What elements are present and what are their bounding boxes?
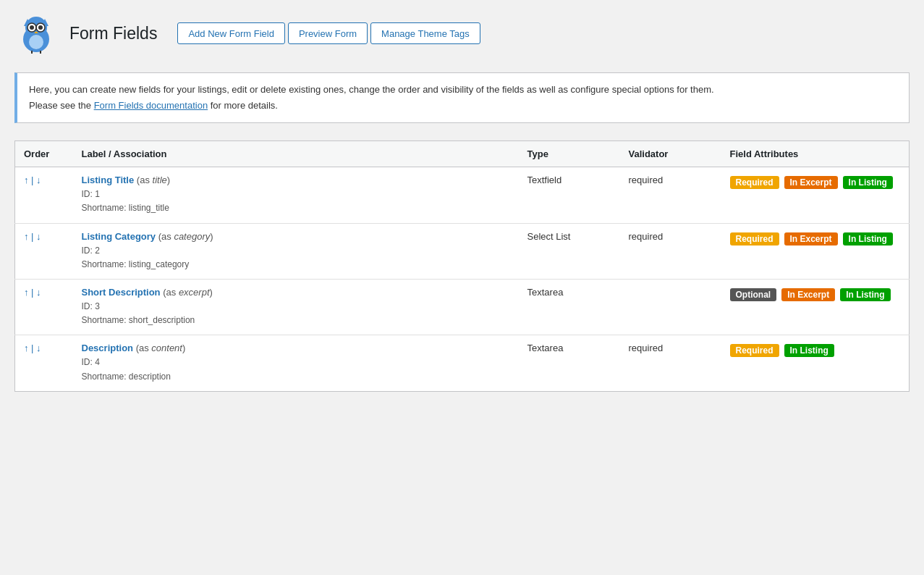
field-badge: Required [730,176,779,189]
field-badge: Required [730,344,779,357]
page-header: Form Fields Add New Form Field Preview F… [14,12,910,55]
preview-form-button[interactable]: Preview Form [288,22,368,44]
manage-theme-tags-button[interactable]: Manage Theme Tags [370,22,480,44]
page-title: Form Fields [69,24,157,43]
type-cell: Textarea [519,335,620,391]
type-cell: Textfield [519,167,620,223]
order-cell: ↑ | ↓ [15,223,73,279]
field-attrs: OptionalIn ExcerptIn Listing [730,287,901,301]
field-meta: ID: 1 Shortname: listing_title [82,188,510,215]
svg-point-10 [38,25,43,30]
order-arrows: ↑ | ↓ [24,287,41,298]
field-badge: Optional [730,288,777,301]
field-association: (as title) [137,175,170,185]
order-down-arrow[interactable]: ↓ [36,175,41,185]
field-badge: In Listing [843,232,893,245]
order-cell: ↑ | ↓ [15,279,73,335]
field-label-link[interactable]: Short Description [82,287,161,298]
type-cell: Textarea [519,279,620,335]
type-cell: Select List [519,223,620,279]
table-row: ↑ | ↓ Listing Category (as category) ID:… [15,223,910,279]
field-badge: In Listing [840,288,890,301]
validator-cell [620,279,721,335]
header-buttons: Add New Form Field Preview Form Manage T… [177,22,480,44]
form-fields-doc-link[interactable]: Form Fields documentation [94,100,208,111]
order-arrows: ↑ | ↓ [24,343,41,353]
col-validator-header: Validator [620,141,721,167]
order-arrows: ↑ | ↓ [24,175,41,185]
col-label-header: Label / Association [73,141,519,167]
attrs-cell: RequiredIn ExcerptIn Listing [721,223,910,279]
description-block: Here, you can create new fields for your… [14,72,910,123]
order-up-arrow[interactable]: ↑ [24,287,29,298]
field-badge: Required [730,232,779,245]
validator-cell: required [620,167,721,223]
field-association: (as category) [158,231,213,242]
field-attrs: RequiredIn ExcerptIn Listing [730,231,901,245]
description-text2: Please see the Form Fields documentation… [29,98,897,114]
form-fields-table: Order Label / Association Type Validator… [14,140,910,392]
add-new-form-field-button[interactable]: Add New Form Field [177,22,284,44]
col-attrs-header: Field Attributes [721,141,910,167]
field-attrs: RequiredIn ExcerptIn Listing [730,175,901,189]
field-label-link[interactable]: Description [82,343,134,353]
col-order-header: Order [15,141,73,167]
field-attrs: RequiredIn Listing [730,343,901,357]
label-cell: Short Description (as excerpt) ID: 3 Sho… [73,279,519,335]
order-cell: ↑ | ↓ [15,167,73,223]
attrs-cell: RequiredIn ExcerptIn Listing [721,167,910,223]
field-meta: ID: 4 Shortname: description [82,356,510,383]
field-meta: ID: 2 Shortname: listing_category [82,244,510,272]
label-cell: Description (as content) ID: 4 Shortname… [73,335,519,391]
field-badge: In Excerpt [784,176,838,189]
logo [14,12,58,55]
field-label-link[interactable]: Listing Category [82,231,156,242]
field-badge: In Excerpt [784,232,838,245]
field-label-link[interactable]: Listing Title [82,175,135,185]
table-row: ↑ | ↓ Listing Title (as title) ID: 1 Sho… [15,167,910,223]
order-up-arrow[interactable]: ↑ [24,175,29,185]
field-badge: In Listing [843,176,893,189]
field-association: (as excerpt) [163,287,213,298]
label-cell: Listing Category (as category) ID: 2 Sho… [73,223,519,279]
table-row: ↑ | ↓ Description (as content) ID: 4 Sho… [15,335,910,391]
order-up-arrow[interactable]: ↑ [24,343,29,353]
attrs-cell: OptionalIn ExcerptIn Listing [721,279,910,335]
order-cell: ↑ | ↓ [15,335,73,391]
order-arrows: ↑ | ↓ [24,231,41,242]
field-badge: In Listing [784,344,834,357]
field-badge: In Excerpt [781,288,835,301]
table-row: ↑ | ↓ Short Description (as excerpt) ID:… [15,279,910,335]
svg-point-12 [29,35,43,49]
order-up-arrow[interactable]: ↑ [24,231,29,242]
field-meta: ID: 3 Shortname: short_description [82,300,510,327]
table-header-row: Order Label / Association Type Validator… [15,141,910,167]
label-cell: Listing Title (as title) ID: 1 Shortname… [73,167,519,223]
order-down-arrow[interactable]: ↓ [36,231,41,242]
attrs-cell: RequiredIn Listing [721,335,910,391]
validator-cell: required [620,223,721,279]
svg-point-9 [30,25,34,30]
field-association: (as content) [136,343,186,353]
order-down-arrow[interactable]: ↓ [36,287,41,298]
order-down-arrow[interactable]: ↓ [36,343,41,353]
validator-cell: required [620,335,721,391]
col-type-header: Type [519,141,620,167]
description-text1: Here, you can create new fields for your… [29,82,897,98]
